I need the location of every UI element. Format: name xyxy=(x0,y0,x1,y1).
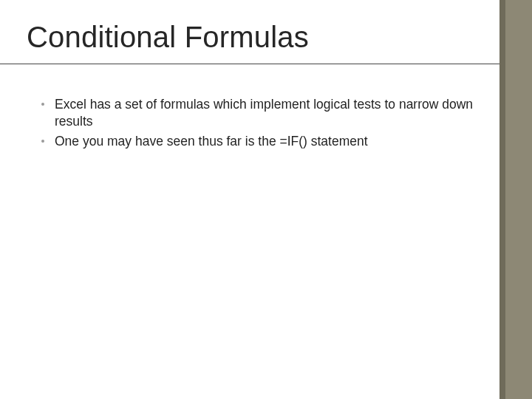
bullet-item: Excel has a set of formulas which implem… xyxy=(41,96,485,130)
bullet-text: Excel has a set of formulas which implem… xyxy=(55,97,473,129)
slide-title: Conditional Formulas xyxy=(27,21,309,54)
bullet-dot-icon xyxy=(41,103,44,106)
bullet-text: One you may have seen thus far is the =I… xyxy=(55,134,368,149)
slide-sidebar-accent xyxy=(505,0,532,399)
bullet-item: One you may have seen thus far is the =I… xyxy=(41,133,485,150)
slide-sidebar-accent-dark xyxy=(499,0,505,399)
title-underline xyxy=(0,64,499,64)
bullet-dot-icon xyxy=(41,140,44,143)
slide-body: Excel has a set of formulas which implem… xyxy=(41,96,485,153)
